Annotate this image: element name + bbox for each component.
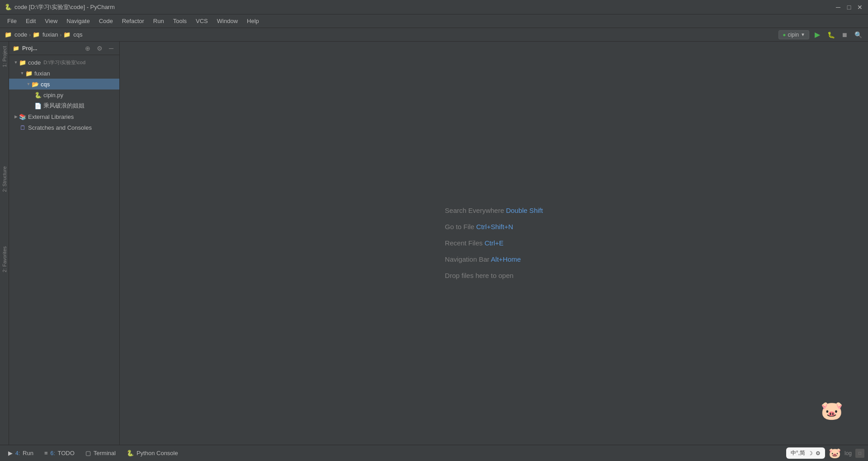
debug-button[interactable]: 🐛: [826, 29, 836, 40]
sidebar-label-structure[interactable]: 2: Structure: [0, 162, 9, 197]
panel-settings-button[interactable]: ⚙: [95, 44, 104, 53]
menu-view[interactable]: View: [41, 16, 61, 26]
tree-label-cqs: cqs: [41, 81, 50, 88]
go-to-file-label: Go to File: [445, 223, 476, 230]
recent-files-shortcut: Ctrl+E: [485, 239, 504, 247]
menu-tools[interactable]: Tools: [170, 16, 190, 26]
menu-bar: File Edit View Navigate Code Refactor Ru…: [0, 14, 868, 28]
go-to-file-shortcut: Ctrl+Shift+N: [476, 223, 513, 230]
tree-arrow-fuxian: ▼: [19, 70, 25, 76]
main-layout: 1: Project 2: Structure 2: Favorites 📁 P…: [0, 42, 868, 445]
welcome-text: Search Everywhere Double Shift Go to Fil…: [445, 202, 543, 284]
todo-tab-icon: ≡: [44, 450, 48, 456]
run-config-chevron: ▼: [801, 32, 805, 37]
menu-code[interactable]: Code: [95, 16, 117, 26]
project-panel: 📁 Proj... ⊕ ⚙ ─ ▼ 📁 code D:\学习\实验室\cod ▼…: [9, 42, 120, 445]
tree-arrow-ext-libs: ▶: [13, 113, 19, 120]
tab-run[interactable]: ▶ 4: Run: [4, 447, 38, 460]
run-config-name: cipin: [788, 32, 799, 38]
run-tab-label: Run: [23, 450, 33, 456]
terminal-tab-icon: ▢: [85, 450, 91, 456]
ime-gear-icon: ⚙: [816, 450, 821, 456]
ime-label: 中°,简: [791, 449, 805, 457]
tree-item-fuxian[interactable]: ▼ 📁 fuxian: [9, 68, 119, 79]
nav-bar-shortcut: Alt+Home: [491, 255, 521, 263]
tree-label-scratches: Scratches and Consoles: [28, 124, 92, 131]
panel-locate-button[interactable]: ⊕: [83, 44, 92, 53]
ime-widget[interactable]: 中°,简 ☽ ⚙: [786, 447, 825, 459]
pig-widget: 🐷: [796, 392, 868, 428]
search-everywhere-hint: Search Everywhere Double Shift: [445, 202, 543, 219]
tab-terminal[interactable]: ▢ Terminal: [81, 447, 120, 460]
nav-actions: ● cipin ▼ ▶ 🐛 ⏹ 🔍: [778, 29, 863, 40]
pig-bottom-icon: 🐷: [829, 447, 841, 459]
menu-run[interactable]: Run: [150, 16, 168, 26]
terminal-tab-label: Terminal: [94, 450, 116, 456]
menu-window[interactable]: Window: [213, 16, 241, 26]
panel-collapse-button[interactable]: ─: [107, 44, 116, 53]
menu-vcs[interactable]: VCS: [192, 16, 212, 26]
stop-button[interactable]: ⏹: [839, 29, 850, 40]
menu-help[interactable]: Help: [243, 16, 263, 26]
run-button[interactable]: ▶: [812, 29, 823, 40]
tree-label-code: code: [28, 59, 41, 66]
title-bar: 🐍 code [D:\学习\实验室\code] - PyCharm ─ □ ✕: [0, 0, 868, 14]
pig-emoji: 🐷: [821, 400, 843, 421]
tree-item-cipin[interactable]: 🐍 cipin.py: [9, 89, 119, 100]
tree-label-chinese: 乘风破浪的姐姐: [43, 102, 85, 110]
sidebar-label-favorites[interactable]: 2: Favorites: [0, 242, 9, 277]
event-log-button[interactable]: □: [855, 449, 864, 458]
python-icon-cipin: 🐍: [34, 91, 42, 99]
event-log-icon: □: [859, 451, 861, 456]
tree-item-cqs[interactable]: ▼ 📂 cqs: [9, 79, 119, 89]
tree-item-scratches[interactable]: 🗒 Scratches and Consoles: [9, 122, 119, 133]
search-everywhere-button[interactable]: 🔍: [853, 29, 863, 40]
tab-todo[interactable]: ≡ 6: TODO: [40, 447, 79, 460]
tree-item-external-libs[interactable]: ▶ 📚 External Libraries: [9, 111, 119, 122]
ime-moon-icon: ☽: [808, 450, 813, 456]
sidebar-label-project[interactable]: 1: Project: [0, 42, 9, 71]
recent-files-label: Recent Files: [445, 239, 485, 247]
close-button[interactable]: ✕: [856, 4, 863, 11]
todo-tab-label: TODO: [57, 450, 74, 456]
breadcrumb-folder-icon-2: 📁: [33, 31, 40, 38]
minimize-button[interactable]: ─: [835, 4, 842, 11]
tree-item-code[interactable]: ▼ 📁 code D:\学习\实验室\cod: [9, 57, 119, 68]
panel-header: 📁 Proj... ⊕ ⚙ ─: [9, 42, 119, 55]
panel-title: Proj...: [22, 45, 80, 52]
search-everywhere-label: Search Everywhere: [445, 207, 506, 214]
app-icon: 🐍: [5, 4, 12, 11]
bottom-bar: ▶ 4: Run ≡ 6: TODO ▢ Terminal 🐍 Python C…: [0, 445, 868, 461]
breadcrumb-sep-2: ›: [60, 32, 62, 38]
text-icon-chinese: 📄: [34, 102, 42, 109]
menu-navigate[interactable]: Navigate: [63, 16, 93, 26]
menu-refactor[interactable]: Refactor: [118, 16, 148, 26]
tree-arrow-cqs: ▼: [25, 81, 32, 87]
bottom-right: 中°,简 ☽ ⚙ 🐷 log □: [786, 447, 864, 459]
tree-label-external-libs: External Libraries: [28, 113, 74, 120]
run-tab-num: 4:: [15, 450, 20, 456]
breadcrumb-fuxian[interactable]: fuxian: [42, 31, 58, 38]
breadcrumb-code[interactable]: code: [14, 31, 27, 38]
python-console-tab-icon: 🐍: [127, 450, 134, 456]
python-console-tab-label: Python Console: [137, 450, 178, 456]
menu-file[interactable]: File: [4, 16, 20, 26]
libs-icon: 📚: [19, 113, 26, 120]
tree-arrow-code: ▼: [13, 59, 19, 66]
run-config-indicator: ●: [783, 32, 786, 38]
left-sidebar-strip: 1: Project 2: Structure 2: Favorites: [0, 42, 9, 445]
scratches-icon: 🗒: [19, 124, 26, 131]
run-configuration[interactable]: ● cipin ▼: [778, 30, 809, 39]
breadcrumb-folder-icon-3: 📁: [63, 31, 71, 38]
nav-bar-label: Navigation Bar: [445, 255, 491, 263]
tab-python-console[interactable]: 🐍 Python Console: [122, 447, 183, 460]
status-log: log: [844, 450, 852, 456]
maximize-button[interactable]: □: [845, 4, 853, 11]
run-tab-icon: ▶: [8, 450, 13, 456]
menu-edit[interactable]: Edit: [22, 16, 39, 26]
nav-bar-hint: Navigation Bar Alt+Home: [445, 251, 543, 268]
tree-item-chinese-file[interactable]: 📄 乘风破浪的姐姐: [9, 100, 119, 111]
breadcrumb: 📁 code › 📁 fuxian › 📁 cqs: [5, 31, 778, 38]
breadcrumb-cqs[interactable]: cqs: [73, 31, 82, 38]
breadcrumb-folder-icon: 📁: [5, 31, 12, 38]
